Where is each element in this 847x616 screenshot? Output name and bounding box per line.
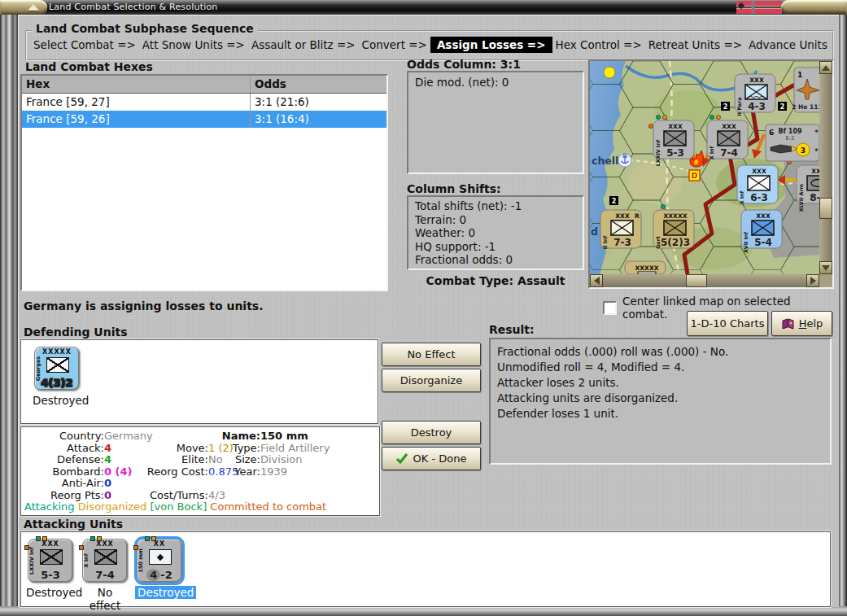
attack-label: Attack: bbox=[26, 442, 104, 454]
defense-label: Defense: bbox=[26, 453, 104, 465]
status-committed: Committed to combat bbox=[210, 500, 326, 513]
unit-strength: 4-2 bbox=[138, 569, 181, 581]
phase-assault-or-blitz: Assault or Blitz => bbox=[248, 37, 359, 52]
svg-text:XXX: XXX bbox=[749, 76, 764, 84]
svg-text:2: 2 bbox=[723, 103, 728, 111]
svg-text:6-3: 6-3 bbox=[750, 192, 768, 203]
german-war-flag-icon bbox=[736, 1, 782, 14]
destroy-button[interactable]: Destroy bbox=[382, 421, 481, 444]
unit-strength: 7-4 bbox=[83, 569, 127, 581]
svg-text:1: 1 bbox=[797, 71, 802, 79]
unit-status: Destroyed bbox=[33, 394, 81, 407]
help-label: elp bbox=[806, 317, 823, 330]
cell-odds: 3:1 (21:6) bbox=[251, 94, 386, 111]
cell-hex: France [59, 26] bbox=[22, 111, 251, 128]
vertical-scroll-thumb[interactable] bbox=[819, 198, 832, 219]
target-hex-marker: D bbox=[689, 170, 700, 181]
shift-line: Terrain: 0 bbox=[415, 213, 583, 227]
attacking-unit-counter[interactable]: XXX LXXIV Inf 5-3 bbox=[28, 539, 73, 583]
table-row[interactable]: France [59, 27] 3:1 (21:6) bbox=[22, 94, 386, 111]
svg-text:7-3: 7-3 bbox=[613, 237, 631, 248]
center-map-checkbox[interactable] bbox=[603, 301, 617, 315]
phase-retreat-units: Retreat Units => bbox=[645, 37, 745, 52]
map-air-counter-bf109[interactable]: 6 Bf 109 E-2 3 * * bbox=[766, 125, 819, 161]
map-horizontal-scrollbar[interactable] bbox=[590, 274, 819, 287]
column-shifts-panel: Total shifts (net): -1 Terrain: 0 Weathe… bbox=[407, 195, 584, 270]
phase-assign-losses-active: Assign Losses => bbox=[430, 37, 552, 53]
year-label: Year: bbox=[216, 465, 260, 478]
table-row-selected[interactable]: France [59, 26] 3:1 (16:4) bbox=[22, 111, 386, 128]
svg-text:2 He 111: 2 He 111 bbox=[792, 103, 819, 111]
attacking-unit-counter-selected[interactable]: XX 150 mm 4-2 bbox=[137, 539, 182, 583]
scroll-right-button[interactable] bbox=[806, 274, 819, 287]
shift-line: Total shifts (net): -1 bbox=[415, 199, 583, 213]
combat-type-value: Assault bbox=[517, 274, 565, 287]
attacking-units-title: Attacking Units bbox=[24, 518, 123, 531]
ok-done-button[interactable]: OK - Done bbox=[382, 447, 481, 470]
frame-ornament-left bbox=[0, 0, 47, 15]
combat-type-label: Combat Type: bbox=[426, 274, 514, 287]
game-window: Land Combat Selection & Resolution Land … bbox=[0, 0, 847, 616]
svg-text:5-3: 5-3 bbox=[666, 147, 684, 159]
defending-units-panel: XXXXX Georges 4(3)2 Destroyed bbox=[20, 339, 378, 424]
size-label: Size: bbox=[216, 453, 260, 465]
phase-att-snow-units: Att Snow Units => bbox=[139, 37, 248, 52]
column-shifts-title: Column Shifts: bbox=[407, 182, 501, 195]
result-line: Defender loses 1 unit. bbox=[497, 406, 823, 422]
result-line: Fractional odds (.000) roll was (.000) -… bbox=[497, 344, 823, 360]
svg-text:7-4: 7-4 bbox=[720, 147, 738, 159]
antiair-label: Anti-Air: bbox=[26, 477, 104, 489]
svg-text:XXX: XXX bbox=[615, 212, 630, 220]
svg-text:5(2)3: 5(2)3 bbox=[661, 237, 690, 248]
svg-text:XVII Inf: XVII Inf bbox=[743, 232, 749, 253]
svg-text:3: 3 bbox=[801, 146, 806, 155]
defending-unit-counter[interactable]: XXXXX Georges 4(3)2 bbox=[34, 347, 80, 391]
help-button[interactable]: Help bbox=[771, 311, 832, 336]
disorganize-button[interactable]: Disorganize bbox=[382, 369, 481, 392]
map-unit-counter-x-inf[interactable]: XXX X Inf 7-4 bbox=[707, 120, 748, 159]
svg-text:XXX: XXX bbox=[756, 212, 771, 220]
antiair-value: 0 bbox=[104, 477, 111, 489]
map-air-counter-he111[interactable]: 1 2 He 111 bbox=[792, 68, 819, 112]
svg-text:XLVII Arm: XLVII Arm bbox=[798, 183, 804, 212]
charts-button[interactable]: 1-D-10 Charts bbox=[687, 311, 768, 336]
horizontal-scroll-thumb[interactable] bbox=[686, 274, 707, 287]
map-unit-counter-x-inf-defender[interactable]: XXX X Inf 6-3 bbox=[737, 165, 778, 204]
port-marker bbox=[604, 67, 615, 78]
name-label: Name: bbox=[216, 430, 260, 442]
map-unit-counter-partial-hq[interactable]: XXXXX bbox=[625, 261, 666, 274]
frame-ornament-right bbox=[781, 0, 847, 15]
unit-strength: 5-3 bbox=[28, 569, 72, 581]
infantry-symbol bbox=[94, 549, 117, 565]
linked-map[interactable]: chelle d bbox=[588, 59, 834, 289]
move-label: Move: bbox=[109, 442, 208, 454]
result-line: Unmodified roll = 4, Modified = 4. bbox=[497, 360, 823, 375]
triangle-icon bbox=[28, 4, 39, 11]
map-unit-counter-gort-hq[interactable]: XXXXX Gort 5(2)3 bbox=[653, 210, 694, 249]
map-unit-counter-xvii-inf[interactable]: XXX XVII Inf 5-4 bbox=[741, 210, 782, 253]
svg-text:XXX: XXX bbox=[722, 123, 736, 130]
attacking-units-panel: XXX LXXIV Inf 5-3 Destroyed XXX X Inf 7-… bbox=[20, 531, 831, 607]
scroll-left-button[interactable] bbox=[590, 274, 603, 287]
window-title: Land Combat Selection & Resolution bbox=[49, 2, 218, 12]
table-header: Hex Odds bbox=[22, 76, 386, 94]
svg-text:2: 2 bbox=[612, 198, 617, 205]
scroll-down-button[interactable] bbox=[819, 261, 832, 274]
odds-column-title: Odds Column: 3:1 bbox=[407, 58, 521, 71]
svg-text:II Inf: II Inf bbox=[602, 236, 608, 250]
scrollbar-corner bbox=[819, 274, 832, 287]
unit-info-panel: Country: Germany Attack: 4 Defense: 4 Bo… bbox=[20, 426, 380, 516]
phase-convert: Convert => bbox=[359, 37, 430, 52]
country-label: Country: bbox=[26, 430, 104, 442]
type-label: Type: bbox=[216, 442, 260, 454]
attacking-unit-counter[interactable]: XXX X Inf 7-4 bbox=[82, 539, 128, 583]
scroll-up-button[interactable] bbox=[819, 61, 832, 74]
map-unit-counter-ii-inf[interactable]: XXX R II Inf 7-3 bbox=[600, 210, 641, 249]
svg-text:II Para: II Para bbox=[736, 98, 742, 116]
map-vertical-scrollbar[interactable] bbox=[819, 61, 832, 274]
status-attacking: Attacking bbox=[24, 500, 75, 513]
map-unit-counter-ii-para[interactable]: XXX II Para 4-3 bbox=[735, 74, 775, 116]
no-effect-button[interactable]: No Effect bbox=[382, 343, 481, 366]
svg-text:XXXXX: XXXXX bbox=[635, 264, 659, 272]
svg-text:X Inf: X Inf bbox=[739, 190, 744, 204]
